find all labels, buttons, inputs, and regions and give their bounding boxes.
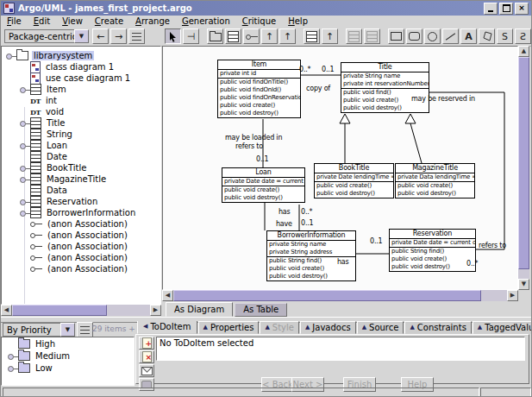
- menu-generation[interactable]: Generation: [176, 16, 236, 26]
- tree-item-title[interactable]: Title: [2, 117, 160, 129]
- tree-item-date[interactable]: Date: [2, 151, 160, 162]
- menu-file[interactable]: File: [1, 16, 28, 26]
- todo-folder-high[interactable]: High: [2, 337, 134, 350]
- todo-folder-medium[interactable]: Medium: [2, 350, 134, 362]
- todo-tree[interactable]: High Medium Low: [1, 337, 135, 386]
- scroll-right-icon[interactable]: ▶: [507, 290, 518, 301]
- uml-class-magazinetitle[interactable]: MagazineTitle private Data lendingTime =…: [395, 163, 475, 198]
- menu-edit[interactable]: Edit: [28, 16, 56, 26]
- todo-folder-low[interactable]: Low: [2, 362, 134, 374]
- minimize-button[interactable]: [484, 3, 498, 15]
- scroll-up-icon[interactable]: ▲: [518, 46, 529, 57]
- scrollbar-thumb[interactable]: [12, 305, 107, 316]
- menu-help[interactable]: Help: [282, 16, 314, 26]
- tree-item-usecase-diagram[interactable]: use case diagram 1: [2, 72, 160, 84]
- tree-item-association[interactable]: (anon Association): [2, 218, 160, 230]
- tab-constraints[interactable]: ▲ Constraints: [404, 321, 471, 334]
- tree-item-borrowerinformation[interactable]: BorrowerInformation: [2, 207, 160, 218]
- circle-tool-button[interactable]: [424, 28, 441, 44]
- tab-source[interactable]: ▲ Source: [357, 321, 404, 334]
- canvas-vertical-scrollbar[interactable]: ▲ ▼: [518, 46, 529, 290]
- chevron-down-icon[interactable]: ▼: [60, 323, 75, 337]
- todo-filter-combo[interactable]: By Priority ▼: [3, 323, 75, 337]
- tree-item-void[interactable]: DT void: [2, 106, 160, 117]
- realization-tool-button[interactable]: ↑: [322, 28, 338, 44]
- expander-icon[interactable]: [19, 196, 30, 207]
- tree-item-reservation[interactable]: Reservation: [2, 196, 160, 207]
- association-tool-button[interactable]: [243, 28, 260, 44]
- maximize-button[interactable]: [499, 3, 513, 15]
- tab-taggedvalues[interactable]: ▲ TaggedValues: [473, 321, 531, 334]
- expander-icon[interactable]: [19, 117, 30, 129]
- text-tool-button[interactable]: A: [460, 28, 477, 44]
- scrollbar-thumb[interactable]: [518, 57, 529, 269]
- perspective-combo[interactable]: Package-centric ▼: [4, 29, 89, 43]
- generalization-tool-button[interactable]: ↑: [279, 28, 296, 44]
- tab-as-diagram[interactable]: As Diagram: [166, 302, 233, 317]
- tree-item-loan[interactable]: Loan: [2, 140, 160, 151]
- uml-class-title[interactable]: Title private String name private int re…: [341, 62, 429, 113]
- uml-class-item[interactable]: Item private int id public void findOnTi…: [217, 60, 301, 118]
- chevron-down-icon[interactable]: ▼: [74, 29, 89, 43]
- tree-item-string[interactable]: String: [2, 129, 160, 140]
- class-tool-button[interactable]: [225, 28, 241, 44]
- tree-item-association[interactable]: (anon Association): [2, 241, 160, 252]
- close-button[interactable]: ×: [515, 3, 529, 15]
- tab-as-table[interactable]: As Table: [235, 303, 287, 317]
- uml-class-reservation[interactable]: Reservation private Date date = current …: [389, 229, 476, 272]
- expander-icon[interactable]: [7, 362, 18, 374]
- nav-forward-button[interactable]: →: [110, 28, 127, 44]
- tab-javadocs[interactable]: ▲ Javadocs: [300, 321, 356, 334]
- tree-item-int[interactable]: DT int: [2, 95, 160, 106]
- expander-icon[interactable]: [19, 84, 30, 95]
- expander-icon[interactable]: [5, 50, 16, 61]
- canvas-horizontal-scrollbar[interactable]: ◀ ▶: [162, 290, 518, 301]
- rectangle-tool-button[interactable]: [388, 28, 404, 44]
- rounded-rectangle-tool-button[interactable]: [406, 28, 422, 44]
- resolve-todo-button[interactable]: ×: [139, 350, 154, 363]
- tree-item-librarysystem[interactable]: librarysystem: [2, 50, 160, 61]
- menu-view[interactable]: View: [56, 16, 89, 26]
- uml-class-borrowerinformation[interactable]: BorrowerInformation private String name …: [266, 230, 356, 281]
- diagram-canvas[interactable]: Item private int id public void findOnTi…: [162, 46, 518, 290]
- tab-todoitem[interactable]: ◀ ToDoItem: [137, 321, 197, 334]
- expander-icon[interactable]: [7, 350, 18, 362]
- tree-item-association[interactable]: (anon Association): [2, 263, 160, 274]
- todo-flatten-button[interactable]: [77, 322, 93, 337]
- expander-icon[interactable]: [19, 140, 30, 151]
- scroll-left-icon[interactable]: ◀: [1, 305, 12, 316]
- expander-icon[interactable]: [19, 162, 30, 173]
- scrollbar-thumb[interactable]: [173, 290, 481, 301]
- line-tool-button[interactable]: [442, 28, 459, 44]
- select-tool-button[interactable]: [165, 28, 181, 44]
- dependency-tool-button[interactable]: ↑: [261, 28, 278, 44]
- tree-item-item[interactable]: Item: [2, 84, 160, 95]
- interface-tool-button[interactable]: [304, 28, 320, 44]
- menu-critique[interactable]: Critique: [236, 16, 282, 26]
- flatten-button[interactable]: [128, 28, 145, 44]
- scroll-down-icon[interactable]: ▼: [518, 279, 529, 290]
- broom-tool-button[interactable]: ⊣: [183, 28, 199, 44]
- package-tool-button[interactable]: [207, 28, 223, 44]
- tree-horizontal-scrollbar[interactable]: ◀ ▶: [1, 305, 161, 316]
- scroll-left-icon[interactable]: ◀: [162, 290, 173, 301]
- tab-properties[interactable]: ▲ Properties: [198, 321, 260, 334]
- ink-tool-button[interactable]: Ƨ: [515, 28, 531, 44]
- menu-create[interactable]: Create: [89, 16, 129, 26]
- new-todo-button[interactable]: +: [139, 337, 154, 350]
- explorer-tree[interactable]: librarysystem class diagram 1 use case d…: [1, 46, 161, 305]
- tree-item-association[interactable]: (anon Association): [2, 230, 160, 241]
- tree-item-class-diagram[interactable]: class diagram 1: [2, 61, 160, 72]
- tree-item-booktitle[interactable]: BookTitle: [2, 162, 160, 173]
- title-bar[interactable]: Argo/UML - james_first_project.argo ×: [1, 1, 531, 16]
- polygon-tool-button[interactable]: [479, 28, 495, 44]
- nav-back-button[interactable]: ←: [92, 28, 109, 44]
- uml-class-loan[interactable]: Loan private Date date = current date pu…: [222, 167, 305, 203]
- spline-tool-button[interactable]: S: [497, 28, 513, 44]
- email-expert-button[interactable]: [139, 364, 154, 377]
- uml-class-booktitle[interactable]: BookTitle private Date lendingTime = 30 …: [314, 163, 394, 198]
- expander-icon[interactable]: [19, 173, 30, 185]
- tree-item-data[interactable]: Data: [2, 185, 160, 196]
- menu-arrange[interactable]: Arrange: [129, 16, 176, 26]
- scroll-right-icon[interactable]: ▶: [150, 305, 161, 316]
